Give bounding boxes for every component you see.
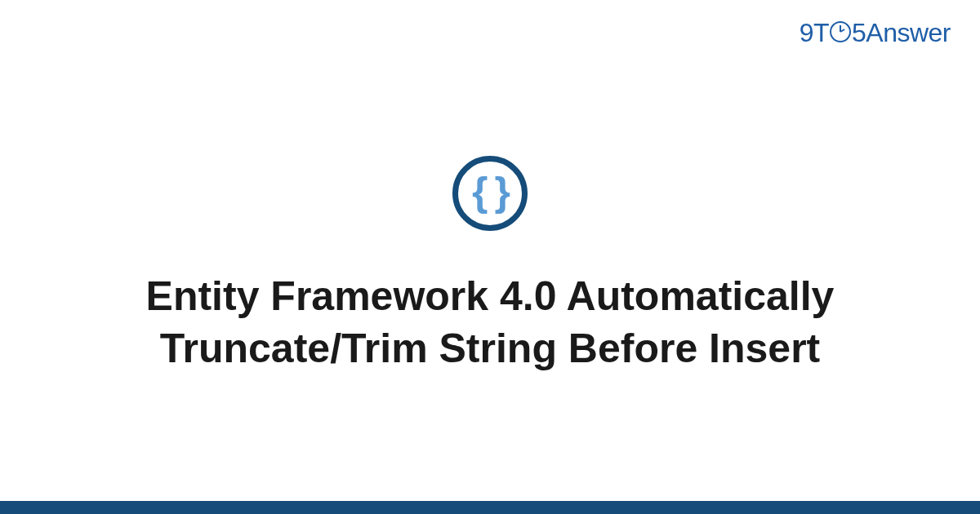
code-braces-icon: { } xyxy=(472,171,508,212)
main-content: { } Entity Framework 4.0 Automatically T… xyxy=(0,0,980,514)
category-icon-circle: { } xyxy=(452,156,528,231)
decorative-footer-bar xyxy=(0,501,980,514)
article-title: Entity Framework 4.0 Automatically Trunc… xyxy=(82,270,898,374)
